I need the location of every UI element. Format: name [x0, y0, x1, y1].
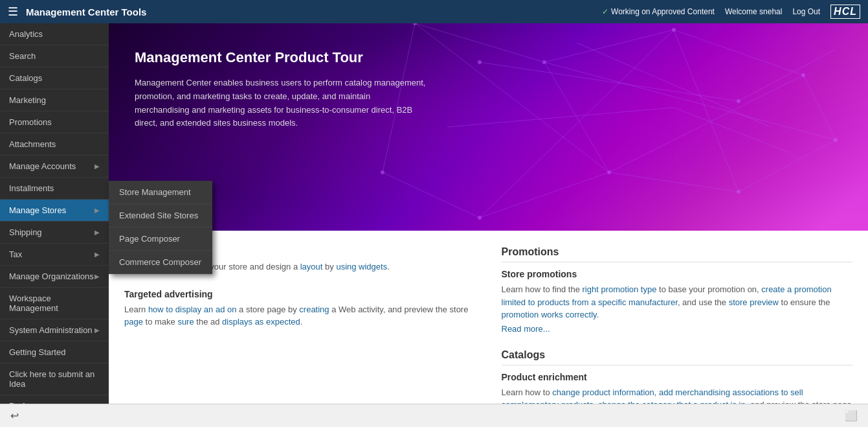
svg-line-5 [609, 172, 739, 192]
svg-line-18 [674, 108, 790, 153]
sidebar-item-label: Search [9, 51, 36, 61]
bottom-bar: ↩ ⬜ [0, 404, 868, 427]
widgets-link[interactable]: using widgets [336, 262, 387, 271]
display-ad-link[interactable]: how to display an ad on [148, 305, 237, 314]
hcl-logo: HCL [830, 5, 860, 19]
sidebar-item-manage-organizations[interactable]: Manage Organizations▶ [0, 266, 109, 288]
sidebar-item-manage-accounts[interactable]: Manage Accounts▶ [0, 156, 109, 178]
sidebar-item-search[interactable]: Search [0, 45, 109, 67]
sidebar-item-label: Getting Started [9, 347, 65, 357]
sidebar-item-label: Installments [9, 183, 54, 193]
promotion-works-link[interactable]: promotion works correctly [502, 310, 597, 319]
promotions-section: Promotions Store promotions Learn how to… [502, 246, 853, 334]
targeted-advertising-text: Learn how to display an ad on a store pa… [124, 303, 476, 329]
targeted-advertising-subtitle: Targeted advertising [124, 289, 476, 299]
svg-point-20 [413, 23, 417, 25]
sidebar-item-label: Attachments [9, 139, 56, 149]
creating-link[interactable]: creating [299, 305, 329, 314]
sidebar-item-shipping[interactable]: Shipping▶ [0, 222, 109, 244]
sidebar-item-label: Manage Stores [9, 205, 66, 215]
svg-point-24 [834, 138, 838, 142]
sidebar-item-catalogs[interactable]: Catalogs [0, 67, 109, 89]
svg-line-0 [415, 23, 544, 62]
change-product-link[interactable]: change product information [552, 387, 654, 397]
window-icon[interactable]: ⬜ [845, 410, 858, 422]
approved-label: Working on Approved Content [611, 7, 715, 16]
svg-line-16 [739, 49, 836, 101]
submenu-item-commerce-composer[interactable]: Commerce Composer [109, 251, 212, 274]
body-content: Page Composer Create a new page for your… [109, 231, 868, 427]
sidebar-item-label: Analytics [9, 29, 43, 39]
sure-link[interactable]: sure [177, 317, 194, 327]
sidebar-item-label: Tax [9, 249, 22, 259]
sidebar-item-label: Shipping [9, 227, 42, 237]
store-preview-link[interactable]: store preview [729, 297, 779, 307]
sidebar-item-label: Manage Accounts [9, 161, 76, 171]
sidebar-item-attachments[interactable]: Attachments [0, 133, 109, 156]
hero-text: Management Center Product Tour Managemen… [135, 49, 426, 130]
submenu-item-page-composer[interactable]: Page Composer [109, 227, 212, 251]
submenu-item-extended-site-stores[interactable]: Extended Site Stores [109, 204, 212, 227]
sidebar-item-installments[interactable]: Installments [0, 178, 109, 200]
layout-link[interactable]: layout [300, 262, 323, 271]
topbar-right: ✓ Working on Approved Content Welcome sn… [602, 5, 860, 19]
sidebar-item-label: System Administration [9, 325, 93, 335]
content-area: Management Center Product Tour Managemen… [109, 23, 868, 427]
back-icon[interactable]: ↩ [10, 410, 19, 422]
sidebar-item-getting-started[interactable]: Getting Started [0, 341, 109, 364]
menu-icon[interactable]: ☰ [8, 5, 18, 19]
chevron-icon: ▶ [95, 229, 100, 236]
displays-link[interactable]: displays as expected [222, 317, 300, 327]
sidebar-item-label: Click here to submit an Idea [9, 369, 100, 389]
sidebar-item-analytics[interactable]: Analytics [0, 23, 109, 45]
submenu-item-store-management[interactable]: Store Management [109, 181, 212, 204]
logout-button[interactable]: Log Out [792, 7, 820, 16]
chevron-icon: ▶ [95, 273, 100, 280]
approved-status: ✓ Working on Approved Content [602, 7, 715, 16]
sidebar-item-marketing[interactable]: Marketing [0, 89, 109, 111]
store-promotions-read-more[interactable]: Read more... [502, 324, 550, 334]
svg-point-22 [672, 28, 676, 32]
svg-line-7 [383, 172, 480, 218]
app-title: Management Center Tools [26, 6, 602, 17]
svg-line-9 [544, 62, 609, 172]
product-enrichment-subtitle: Product enrichment [502, 372, 853, 382]
chevron-icon: ▶ [95, 207, 100, 214]
chevron-icon: ▶ [95, 327, 100, 334]
svg-point-26 [607, 170, 611, 174]
hero-description: Management Center enables business users… [135, 76, 426, 130]
promotion-type-link[interactable]: right promotion type [583, 284, 657, 294]
sidebar-item-promotions[interactable]: Promotions [0, 111, 109, 133]
topbar: ☰ Management Center Tools ✓ Working on A… [0, 0, 868, 23]
svg-line-3 [803, 75, 836, 140]
svg-line-14 [480, 30, 674, 218]
svg-point-25 [737, 190, 740, 194]
svg-point-21 [542, 60, 546, 64]
hero-banner: Management Center Product Tour Managemen… [109, 23, 868, 231]
catalogs-header: Catalogs [502, 349, 853, 365]
manage-stores-submenu: Store ManagementExtended Site StoresPage… [109, 181, 212, 274]
sidebar-item-tax[interactable]: Tax▶ [0, 244, 109, 266]
svg-line-15 [480, 62, 739, 101]
sidebar-item-label: Catalogs [9, 73, 42, 83]
chevron-icon: ▶ [95, 163, 100, 170]
svg-line-10 [674, 30, 739, 192]
svg-point-30 [478, 60, 482, 64]
sidebar-item-manage-stores[interactable]: Manage Stores▶ [0, 200, 109, 222]
create-promotion-link[interactable]: create a promotion limited to products f… [502, 284, 832, 307]
sidebar: AnalyticsSearchCatalogsMarketingPromotio… [0, 23, 109, 427]
content-grid: Page Composer Create a new page for your… [124, 246, 852, 427]
main-layout: AnalyticsSearchCatalogsMarketingPromotio… [0, 23, 868, 427]
sidebar-item-system-administration[interactable]: System Administration▶ [0, 319, 109, 341]
right-column: Promotions Store promotions Learn how to… [502, 246, 853, 427]
svg-line-13 [544, 62, 836, 140]
sidebar-item-click-submit-idea[interactable]: Click here to submit an Idea [0, 364, 109, 395]
sidebar-item-label: Marketing [9, 95, 46, 105]
store-promotions-text: Learn how to find the right promotion ty… [502, 283, 853, 321]
welcome-label: Welcome snehal [725, 7, 783, 16]
sidebar-item-workspace-management[interactable]: Workspace Management [0, 288, 109, 319]
svg-point-23 [801, 73, 805, 77]
svg-line-4 [739, 140, 836, 192]
sidebar-item-label: Promotions [9, 117, 52, 127]
store-page-link[interactable]: page [124, 317, 143, 327]
